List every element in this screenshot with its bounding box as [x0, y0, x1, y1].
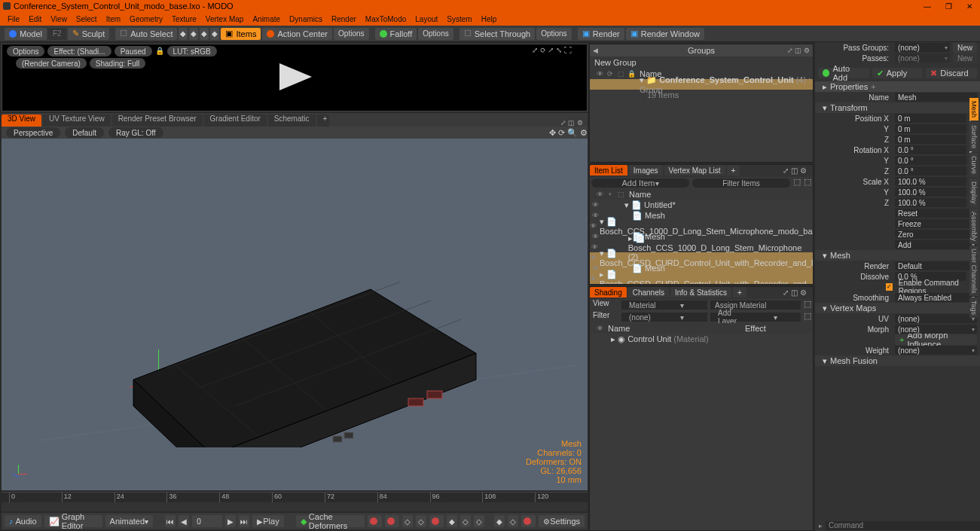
- enablecmd-check[interactable]: ✓: [886, 283, 893, 291]
- minimize-button[interactable]: —: [917, 0, 938, 12]
- key-icon-4[interactable]: ◇: [460, 515, 471, 527]
- preview-camera[interactable]: (Render Camera): [16, 58, 87, 69]
- last-frame-icon[interactable]: ⏭: [239, 515, 249, 527]
- smoothing-dd[interactable]: Always Enabled: [895, 293, 977, 302]
- menu-animate[interactable]: Animate: [248, 15, 285, 23]
- add-dd[interactable]: Add: [895, 240, 977, 249]
- render-button[interactable]: ▣Render: [578, 28, 624, 40]
- addlayer-button[interactable]: Add Layer▾: [710, 313, 801, 322]
- tab-render-preset-browser[interactable]: Render Preset Browser: [112, 114, 203, 127]
- next-key-icon[interactable]: ▶: [225, 515, 236, 527]
- view-icons[interactable]: ✥ ⟳ 🔍 ⚙: [549, 128, 588, 138]
- preview-paused[interactable]: Paused: [114, 46, 152, 56]
- new-button-2[interactable]: New: [953, 53, 977, 63]
- play-button[interactable]: ▶ Play: [252, 515, 283, 527]
- apply-button[interactable]: ✔Apply: [872, 68, 924, 78]
- tab-add[interactable]: +: [317, 114, 329, 127]
- items-button[interactable]: ▣Items: [221, 28, 261, 40]
- menu-system[interactable]: System: [442, 15, 476, 23]
- passgroups-dd[interactable]: (none): [895, 43, 950, 52]
- key-icon-5[interactable]: ◇: [474, 515, 484, 527]
- menu-layout[interactable]: Layout: [411, 15, 442, 23]
- rec-icon-2[interactable]: [385, 515, 399, 527]
- close-button[interactable]: ✕: [959, 0, 980, 12]
- key-icon-3[interactable]: ◆: [447, 515, 457, 527]
- autoselect-button[interactable]: ☐Auto Select: [115, 28, 177, 40]
- preview-options[interactable]: Options: [7, 46, 44, 56]
- first-frame-icon[interactable]: ⏮: [165, 515, 176, 527]
- posy-field[interactable]: 0 m: [895, 124, 966, 133]
- roty-field[interactable]: 0.0 °: [895, 156, 966, 165]
- rotx-field[interactable]: 0.0 °: [895, 145, 966, 154]
- iltab-1[interactable]: Images: [629, 165, 663, 175]
- options-button-1[interactable]: Options: [334, 28, 368, 40]
- posx-field[interactable]: 0 m: [895, 114, 966, 123]
- menu-select[interactable]: Select: [72, 15, 102, 23]
- newgroup-button[interactable]: New Group: [594, 58, 637, 67]
- tab-3d-view[interactable]: 3D View: [2, 114, 41, 127]
- menu-view[interactable]: View: [46, 15, 72, 23]
- sculpt-button[interactable]: ✎Sculpt: [68, 28, 110, 40]
- sidetab-curve[interactable]: Curve: [969, 153, 978, 177]
- sidetab-mesh[interactable]: Mesh: [969, 98, 978, 121]
- menu-vertexmap[interactable]: Vertex Map: [201, 15, 249, 23]
- prev-key-icon[interactable]: ◀: [179, 515, 189, 527]
- settings-button[interactable]: ⚙ Settings: [539, 515, 585, 527]
- menu-maxtomodo[interactable]: MaxToModo: [361, 15, 411, 23]
- sidetab-surface[interactable]: Surface: [969, 122, 978, 151]
- menu-item[interactable]: Item: [102, 15, 125, 23]
- lock-icon[interactable]: 🔒: [155, 47, 164, 56]
- tab-schematic[interactable]: Schematic: [268, 114, 316, 127]
- key-icon-6[interactable]: ◆: [494, 515, 505, 527]
- rec-icon-1[interactable]: [368, 515, 382, 527]
- preview-icons[interactable]: ⤢ ⟳ ↗ ⤡ ⛶: [532, 46, 572, 54]
- tab-uv-texture-view[interactable]: UV Texture View: [43, 114, 111, 127]
- rotz-field[interactable]: 0.0 °: [895, 166, 966, 175]
- posz-field[interactable]: 0 m: [895, 135, 966, 144]
- menu-help[interactable]: Help: [477, 15, 502, 23]
- material-dd[interactable]: Material▾: [621, 301, 707, 310]
- menu-render[interactable]: Render: [327, 15, 361, 23]
- menu-texture[interactable]: Texture: [167, 15, 201, 23]
- sidetab-userchannels[interactable]: User Channels: [969, 246, 978, 297]
- item-row[interactable]: 👁▾ 📄 Bosch_CCSD_CURD_Control_Unit_with_R…: [590, 252, 813, 263]
- autoadd-button[interactable]: Auto Add: [818, 68, 869, 78]
- scly-field[interactable]: 100.0 %: [895, 188, 966, 197]
- zero-dd[interactable]: Zero: [895, 230, 977, 239]
- menu-edit[interactable]: Edit: [24, 15, 46, 23]
- sidetab-display[interactable]: Display: [969, 179, 978, 207]
- shtab-2[interactable]: Info & Statistics: [670, 287, 731, 298]
- persp-button[interactable]: Perspective: [6, 127, 60, 138]
- shtab-1[interactable]: Channels: [628, 287, 669, 298]
- audio-button[interactable]: ♪Audio: [5, 515, 41, 527]
- preview-shading[interactable]: Shading: Full: [90, 58, 145, 69]
- play-icon[interactable]: [274, 62, 316, 93]
- menu-dynamics[interactable]: Dynamics: [285, 15, 327, 23]
- passes-dd[interactable]: (none): [895, 53, 950, 63]
- item-row[interactable]: 👁▸ 📄 Bosch_CCSD_CURD_Control_Unit_with_R…: [590, 273, 813, 284]
- item-row[interactable]: 👁▾ 📄 Untitled*: [590, 200, 813, 210]
- timeline[interactable]: 01224364860728496108120: [2, 492, 588, 511]
- group-row[interactable]: ▾ 📁 Conference_System_Control_Unit (4) :…: [590, 79, 813, 90]
- shading-row[interactable]: ▸ ◉ Control Unit (Material): [590, 334, 813, 344]
- key-icon-7[interactable]: ◇: [508, 515, 518, 527]
- reset-dd[interactable]: Reset: [895, 209, 977, 218]
- iltab-2[interactable]: Vertex Map List: [664, 165, 725, 175]
- preview-effect[interactable]: Effect: (Shadi...: [47, 46, 111, 56]
- key-icon-1[interactable]: ◇: [402, 515, 413, 527]
- discard-button[interactable]: ✖Discard: [926, 68, 977, 78]
- falloff-button[interactable]: Falloff: [375, 28, 417, 40]
- morph-dd[interactable]: (none): [895, 325, 977, 334]
- renderwin-button[interactable]: ▣Render Window: [626, 28, 704, 40]
- sclz-field[interactable]: 100.0 %: [895, 198, 966, 207]
- model-button[interactable]: Model: [5, 28, 47, 40]
- cache-button[interactable]: ◆Cache Deformers: [296, 515, 365, 527]
- sel-icon-1[interactable]: ◆: [179, 28, 188, 40]
- filter-dd[interactable]: (none)▾: [621, 313, 707, 322]
- freeze-dd[interactable]: Freeze: [895, 219, 977, 228]
- animated-dd[interactable]: Animated ▾: [105, 515, 153, 527]
- preview-lut[interactable]: LUT: sRGB: [167, 46, 217, 56]
- menu-geometry[interactable]: Geometry: [125, 15, 167, 23]
- default-button[interactable]: Default: [65, 127, 104, 138]
- filteritems-input[interactable]: Filter Items: [692, 179, 790, 188]
